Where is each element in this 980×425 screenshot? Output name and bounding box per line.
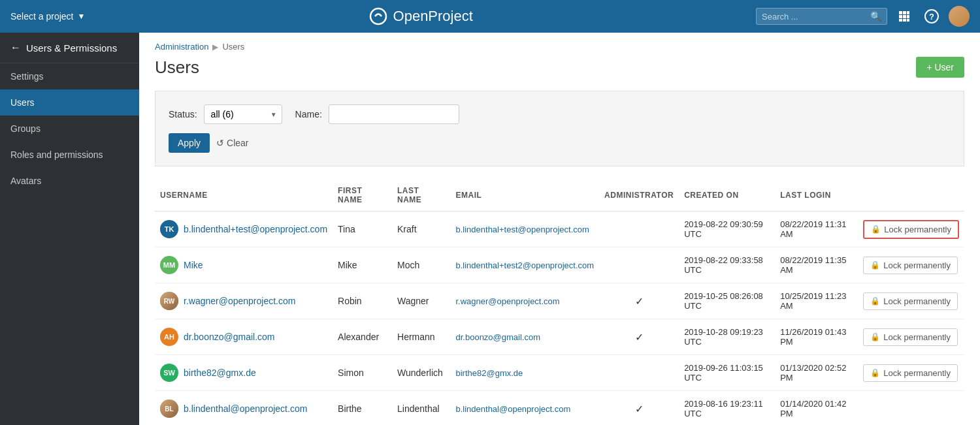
top-navigation: Select a project ▼ OpenProject 🔍 <box>0 0 980 33</box>
username-link[interactable]: b.lindenthal+test@openproject.com <box>184 224 327 234</box>
apply-button[interactable]: Apply <box>169 133 210 153</box>
col-created: CREATED ON <box>679 180 775 212</box>
table-row: RWr.wagner@openproject.comRobinWagnerr.w… <box>155 283 964 319</box>
cell-action: 🔒Lock permanently <box>858 283 964 319</box>
add-user-button[interactable]: + User <box>916 57 964 78</box>
back-arrow-icon: ← <box>10 42 21 54</box>
cell-lastname: Lindenthal <box>392 391 450 426</box>
search-input[interactable] <box>762 12 866 22</box>
sidebar-item-avatars[interactable]: Avatars <box>0 168 139 194</box>
cell-username: TKb.lindenthal+test@openproject.com <box>155 212 333 247</box>
grid-icon-button[interactable] <box>894 6 915 27</box>
lock-permanently-button[interactable]: 🔒Lock permanently <box>863 292 958 310</box>
clear-icon: ↺ <box>216 138 224 148</box>
col-lastlogin: LAST LOGIN <box>775 180 858 212</box>
cell-email: r.wagner@openproject.com <box>450 283 599 319</box>
cell-lastname: Kraft <box>392 212 450 247</box>
email-link[interactable]: b.lindenthal+test@openproject.com <box>455 225 589 234</box>
email-link[interactable]: birthe82@gmx.de <box>455 368 523 378</box>
cell-email: dr.boonzo@gmail.com <box>450 319 599 355</box>
sidebar-item-roles[interactable]: Roles and permissions <box>0 142 139 168</box>
username-cell: TKb.lindenthal+test@openproject.com <box>160 220 327 238</box>
cell-admin <box>599 212 679 247</box>
project-selector[interactable]: Select a project ▼ <box>10 11 85 22</box>
search-box[interactable]: 🔍 <box>756 8 887 25</box>
email-link[interactable]: b.lindenthal+test2@openproject.com <box>455 260 594 270</box>
cell-last-login: 11/26/2019 01:43 PM <box>775 319 858 355</box>
cell-username: MMMike <box>155 247 333 283</box>
lock-label: Lock permanently <box>884 225 951 234</box>
lock-icon: 🔒 <box>870 260 880 270</box>
sidebar-item-settings[interactable]: Settings <box>0 63 139 89</box>
user-avatar-badge: BL <box>160 400 178 418</box>
lock-permanently-button[interactable]: 🔒Lock permanently <box>863 328 958 346</box>
col-actions <box>858 180 964 212</box>
username-link[interactable]: b.lindenthal@openproject.com <box>184 403 307 414</box>
sidebar-back[interactable]: ← Users & Permissions <box>0 33 139 63</box>
cell-last-login: 08/22/2019 11:31 AM <box>775 212 858 247</box>
filter-status-group: Status: all (6) Active Locked Registered <box>169 104 282 124</box>
cell-username: RWr.wagner@openproject.com <box>155 283 333 319</box>
username-link[interactable]: birthe82@gmx.de <box>184 368 256 378</box>
cell-created-on: 2019-08-22 09:30:59 UTC <box>679 212 775 247</box>
lock-permanently-button[interactable]: 🔒Lock permanently <box>863 257 958 274</box>
checkmark-icon: ✓ <box>635 403 644 415</box>
breadcrumb-admin[interactable]: Administration <box>155 42 208 52</box>
sidebar-item-users[interactable]: Users <box>0 89 139 116</box>
logo-area: OpenProject <box>85 7 756 26</box>
cell-email: b.lindenthal+test2@openproject.com <box>450 247 599 283</box>
email-link[interactable]: r.wagner@openproject.com <box>455 296 559 306</box>
breadcrumb-separator: ▶ <box>212 42 218 52</box>
col-email: EMAIL <box>450 180 599 212</box>
email-link[interactable]: dr.boonzo@gmail.com <box>455 332 540 342</box>
cell-admin: ✓ <box>599 283 679 319</box>
email-link[interactable]: b.lindenthal@openproject.com <box>455 404 570 414</box>
user-avatar-badge: AH <box>160 328 178 346</box>
lock-label: Lock permanently <box>883 368 951 378</box>
username-link[interactable]: Mike <box>184 260 203 270</box>
user-avatar-badge: RW <box>160 292 178 310</box>
project-select-label: Select a project <box>10 11 74 22</box>
cell-username: AHdr.boonzo@gmail.com <box>155 319 333 355</box>
cell-created-on: 2019-10-25 08:26:08 UTC <box>679 283 775 319</box>
status-select-wrapper: all (6) Active Locked Registered <box>204 104 282 124</box>
lock-icon: 🔒 <box>870 368 880 377</box>
cell-firstname: Alexander <box>333 319 392 355</box>
clear-button[interactable]: ↺ Clear <box>216 138 248 148</box>
sidebar-item-groups[interactable]: Groups <box>0 116 139 142</box>
svg-rect-2 <box>903 11 906 14</box>
project-select-arrow: ▼ <box>78 12 86 21</box>
cell-firstname: Mike <box>333 247 392 283</box>
lock-label: Lock permanently <box>883 332 951 342</box>
cell-created-on: 2019-09-26 11:03:15 UTC <box>679 355 775 391</box>
svg-rect-3 <box>907 11 909 14</box>
users-table: USERNAME FIRST NAME LAST NAME EMAIL ADMI… <box>155 180 964 425</box>
status-select[interactable]: all (6) Active Locked Registered <box>204 104 282 124</box>
filter-name-group: Name: <box>295 104 459 124</box>
cell-lastname: Wunderlich <box>392 355 450 391</box>
table-area: USERNAME FIRST NAME LAST NAME EMAIL ADMI… <box>139 180 980 425</box>
apply-label: Apply <box>178 138 201 148</box>
username-link[interactable]: dr.boonzo@gmail.com <box>184 332 275 342</box>
help-icon-button[interactable]: ? <box>921 6 942 27</box>
top-nav-right: 🔍 ? <box>756 6 970 27</box>
add-user-label: + User <box>926 62 954 72</box>
cell-lastname: Wagner <box>392 283 450 319</box>
user-avatar-badge: TK <box>160 220 178 238</box>
cell-created-on: 2019-08-22 09:33:58 UTC <box>679 247 775 283</box>
col-username: USERNAME <box>155 180 333 212</box>
name-input[interactable] <box>329 104 459 124</box>
lock-permanently-button[interactable]: 🔒Lock permanently <box>863 220 959 239</box>
name-label: Name: <box>295 109 322 119</box>
cell-action: 🔒Lock permanently <box>858 355 964 391</box>
logo-icon <box>368 7 388 26</box>
username-link[interactable]: r.wagner@openproject.com <box>184 296 295 306</box>
table-row: SWbirthe82@gmx.deSimonWunderlichbirthe82… <box>155 355 964 391</box>
cell-admin <box>599 355 679 391</box>
cell-email: b.lindenthal+test@openproject.com <box>450 212 599 247</box>
cell-last-login: 01/14/2020 01:42 PM <box>775 391 858 426</box>
breadcrumb: Administration ▶ Users <box>139 33 980 52</box>
lock-permanently-button[interactable]: 🔒Lock permanently <box>863 364 958 382</box>
user-avatar[interactable] <box>949 6 970 27</box>
cell-action: 🔒Lock permanently <box>858 319 964 355</box>
